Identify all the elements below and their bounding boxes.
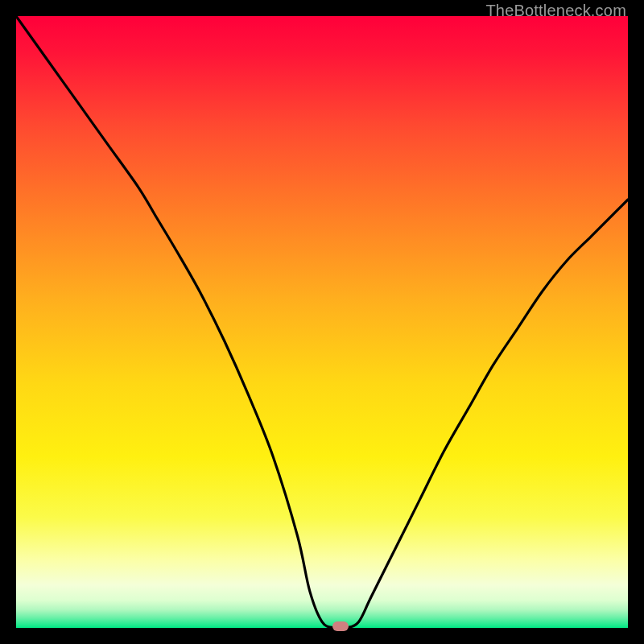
plot-area — [16, 16, 628, 628]
optimal-point-marker — [332, 621, 349, 631]
bottleneck-curve — [16, 16, 628, 628]
curve-layer — [16, 16, 628, 628]
chart-frame: TheBottleneck.com — [0, 0, 644, 644]
